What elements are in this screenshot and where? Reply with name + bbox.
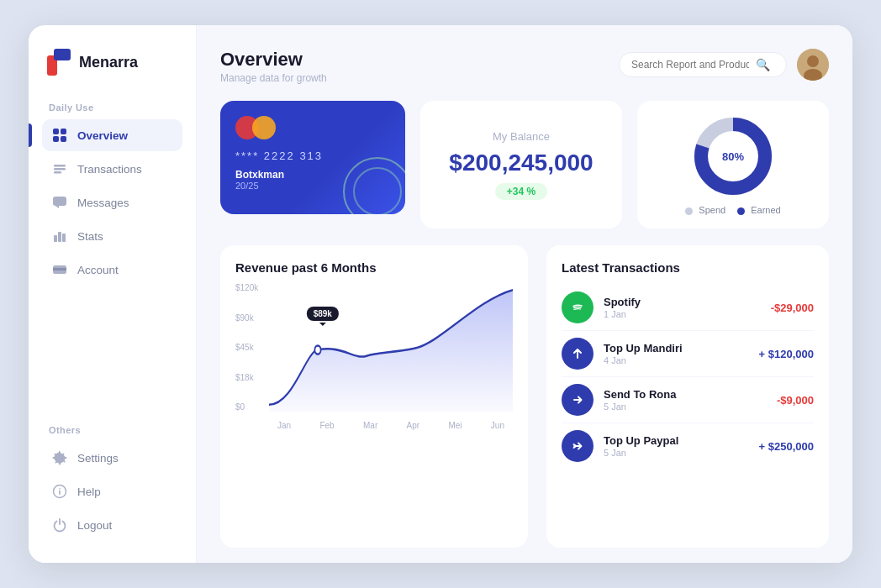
tx-icon-mandiri	[562, 338, 593, 370]
sidebar-item-transactions[interactable]: Transactions	[42, 153, 182, 185]
svg-rect-4	[53, 136, 59, 142]
spotify-icon	[569, 299, 586, 316]
page-subtitle: Manage data for growth	[220, 72, 327, 84]
svg-rect-5	[61, 136, 66, 142]
paypal-icon	[568, 437, 587, 455]
transactions-title: Latest Transactions	[562, 260, 814, 275]
sidebar-label-stats: Stats	[77, 230, 103, 243]
app-container: Menarra Daily Use Overview	[29, 25, 852, 563]
tx-name-rona: Send To Rona	[604, 388, 767, 401]
sidebar-item-account[interactable]: Account	[42, 254, 182, 286]
tx-amount-mandiri: + $120,000	[759, 348, 814, 360]
sidebar-label-account: Account	[77, 264, 119, 276]
tx-date-mandiri: 4 Jan	[604, 355, 749, 365]
tx-date-paypal: 5 Jan	[604, 448, 749, 458]
tx-date-rona: 5 Jan	[604, 402, 767, 412]
spend-legend: Spend	[685, 205, 725, 215]
sidebar-label-transactions: Transactions	[77, 163, 142, 176]
transaction-item-spotify: Spotify 1 Jan -$29,000	[562, 285, 814, 331]
svg-rect-7	[54, 168, 66, 171]
svg-rect-9	[53, 197, 66, 206]
donut-card: 80% Spend Earned	[637, 101, 829, 228]
tx-icon-spotify	[562, 291, 593, 323]
sidebar-item-overview[interactable]: Overview	[42, 119, 182, 151]
mc-yellow-circle	[252, 116, 276, 139]
sidebar-item-logout[interactable]: Logout	[42, 509, 182, 541]
tx-name-mandiri: Top Up Mandiri	[604, 342, 749, 354]
grid-icon	[50, 126, 69, 144]
mandiri-icon	[568, 344, 587, 363]
donut-legend: Spend Earned	[685, 205, 780, 215]
card-decoration	[340, 154, 405, 214]
earned-legend: Earned	[737, 205, 781, 215]
balance-card: My Balance $200,245,000 +34 %	[420, 101, 622, 228]
svg-rect-3	[61, 129, 66, 134]
tx-amount-rona: -$9,000	[777, 394, 814, 407]
sidebar-item-stats[interactable]: Stats	[42, 220, 182, 252]
top-cards: **** 2222 313 Botxkman 20/25 My Balance …	[220, 101, 829, 228]
balance-amount: $200,245,000	[449, 150, 593, 176]
svg-rect-6	[54, 165, 66, 167]
earned-dot	[737, 207, 745, 215]
tx-name-spotify: Spotify	[604, 296, 761, 308]
sidebar: Menarra Daily Use Overview	[29, 25, 197, 563]
credit-card: **** 2222 313 Botxkman 20/25	[220, 101, 405, 214]
tx-info-rona: Send To Rona 5 Jan	[604, 388, 767, 412]
sidebar-label-settings: Settings	[77, 452, 119, 465]
chart-svg	[269, 283, 513, 412]
sidebar-label-help: Help	[77, 486, 101, 498]
search-bar[interactable]: 🔍	[619, 52, 787, 77]
avatar[interactable]	[797, 49, 829, 81]
search-input[interactable]	[631, 59, 749, 71]
tx-amount-spotify: -$29,000	[771, 302, 814, 314]
sidebar-item-settings[interactable]: Settings	[42, 442, 182, 474]
sidebar-label-messages: Messages	[77, 197, 129, 209]
transaction-item-paypal: Top Up Paypal 5 Jan + $250,000	[562, 423, 814, 469]
svg-marker-10	[55, 206, 59, 208]
list-icon	[50, 160, 69, 178]
svg-rect-11	[54, 235, 57, 242]
sidebar-label-logout: Logout	[77, 519, 112, 532]
sidebar-item-help[interactable]: Help	[42, 475, 182, 507]
main-content: Overview Manage data for growth 🔍	[197, 25, 852, 563]
svg-rect-15	[53, 268, 66, 270]
chart-svg-container: $89k	[269, 283, 513, 412]
page-title: Overview	[220, 49, 327, 71]
sidebar-item-messages[interactable]: Messages	[42, 186, 182, 218]
svg-rect-12	[58, 232, 61, 242]
gear-icon	[50, 449, 69, 467]
power-icon	[50, 516, 69, 534]
daily-use-label: Daily Use	[42, 102, 182, 113]
tx-icon-rona	[562, 384, 593, 416]
rona-icon	[568, 391, 587, 409]
others-label: Others	[42, 425, 182, 435]
avatar-image	[797, 49, 829, 81]
tx-name-paypal: Top Up Paypal	[604, 434, 749, 447]
chart-x-labels: Jan Feb Mar Apr Mei Jun	[269, 421, 513, 430]
header: Overview Manage data for growth 🔍	[220, 49, 829, 84]
transaction-item-rona: Send To Rona 5 Jan -$9,000	[562, 377, 814, 423]
svg-rect-2	[53, 129, 59, 134]
donut-chart: 80%	[691, 114, 775, 198]
balance-growth: +34 %	[495, 183, 547, 200]
tx-date-spotify: 1 Jan	[604, 309, 761, 319]
svg-rect-13	[62, 234, 66, 242]
mastercard-logo	[235, 116, 390, 139]
logo-name: Menarra	[79, 54, 138, 71]
chart-section: Revenue past 6 Months $120k $90k $45k $1…	[220, 245, 528, 548]
svg-rect-1	[54, 49, 71, 60]
tx-info-spotify: Spotify 1 Jan	[604, 296, 761, 319]
transactions-section: Latest Transactions Spotify 1 Jan	[546, 245, 829, 548]
svg-rect-8	[54, 171, 61, 174]
svg-rect-19	[59, 488, 61, 490]
tx-info-paypal: Top Up Paypal 5 Jan	[604, 434, 749, 458]
chat-icon	[50, 193, 69, 212]
svg-point-21	[807, 55, 819, 67]
transaction-item-mandiri: Top Up Mandiri 4 Jan + $120,000	[562, 331, 814, 377]
search-icon: 🔍	[756, 58, 770, 71]
bar-icon	[50, 227, 69, 245]
tx-amount-paypal: + $250,000	[759, 440, 814, 453]
info-icon	[50, 482, 69, 501]
svg-rect-18	[59, 491, 61, 496]
logo-area: Menarra	[42, 49, 182, 76]
